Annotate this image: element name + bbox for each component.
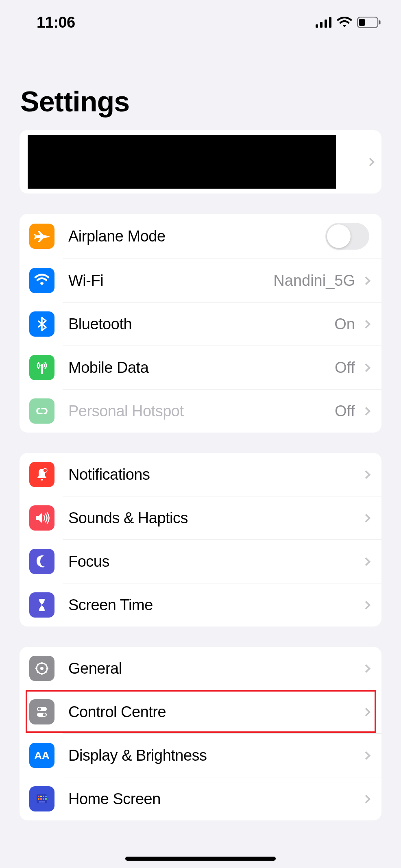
status-icons — [316, 17, 381, 28]
settings-row-bluetooth[interactable]: Bluetooth On — [20, 302, 381, 346]
svg-rect-5 — [359, 19, 365, 26]
svg-rect-7 — [41, 367, 43, 374]
svg-rect-31 — [40, 798, 42, 800]
settings-row-general[interactable]: General — [20, 647, 381, 690]
settings-row-focus[interactable]: Focus — [20, 540, 381, 583]
settings-row-home-screen[interactable]: Home Screen — [20, 777, 381, 820]
settings-row-personal-hotspot[interactable]: Personal Hotspot Off — [20, 389, 381, 433]
wifi-icon — [337, 17, 352, 28]
general-icon — [29, 656, 54, 681]
svg-line-19 — [37, 672, 39, 673]
svg-point-23 — [43, 714, 46, 716]
settings-row-mobile-data[interactable]: Mobile Data Off — [20, 346, 381, 389]
svg-point-11 — [40, 667, 44, 670]
page-title: Settings — [0, 41, 401, 130]
svg-rect-6 — [379, 20, 381, 24]
svg-line-18 — [45, 664, 46, 665]
svg-line-16 — [37, 664, 39, 665]
row-label: Bluetooth — [68, 315, 334, 333]
row-value: Off — [335, 359, 355, 376]
svg-rect-28 — [43, 796, 44, 797]
settings-group-notifications: Notifications Sounds & Haptics Focus Scr… — [20, 453, 381, 627]
status-bar: 11:06 — [0, 0, 401, 41]
chevron-right-icon — [362, 707, 370, 716]
sounds-icon — [29, 505, 54, 531]
chevron-right-icon — [362, 363, 370, 372]
chevron-right-icon — [362, 664, 370, 672]
svg-rect-0 — [316, 24, 318, 28]
chevron-right-icon — [362, 320, 370, 328]
chevron-right-icon — [362, 794, 370, 803]
settings-row-screen-time[interactable]: Screen Time — [20, 583, 381, 627]
chevron-right-icon — [362, 751, 370, 759]
svg-line-17 — [45, 672, 46, 673]
svg-text:AA: AA — [34, 749, 50, 761]
svg-rect-29 — [45, 796, 47, 797]
battery-icon — [357, 17, 381, 28]
hotspot-icon — [29, 398, 54, 424]
settings-row-notifications[interactable]: Notifications — [20, 453, 381, 496]
control-centre-icon — [29, 699, 54, 724]
svg-rect-34 — [39, 801, 45, 803]
svg-rect-32 — [43, 798, 44, 800]
svg-rect-26 — [38, 796, 39, 797]
display-icon: AA — [29, 743, 54, 768]
row-label: Airplane Mode — [68, 228, 325, 245]
row-label: Wi-Fi — [68, 272, 273, 289]
svg-rect-2 — [325, 20, 327, 28]
row-label: Mobile Data — [68, 359, 335, 376]
svg-point-9 — [43, 468, 47, 472]
svg-point-8 — [41, 364, 44, 367]
bluetooth-icon — [29, 311, 54, 337]
mobile-data-icon — [29, 355, 54, 380]
chevron-right-icon — [362, 276, 370, 285]
chevron-right-icon — [362, 513, 370, 522]
row-value: Off — [335, 402, 355, 420]
svg-rect-3 — [329, 17, 331, 28]
settings-row-wifi[interactable]: Wi-Fi Nandini_5G — [20, 259, 381, 302]
home-indicator[interactable] — [125, 857, 276, 861]
chevron-right-icon — [362, 600, 370, 609]
wifi-icon — [29, 268, 54, 293]
row-label: Focus — [68, 553, 363, 570]
chevron-right-icon — [362, 470, 370, 479]
chevron-right-icon — [362, 557, 370, 566]
row-label: Control Centre — [68, 703, 363, 721]
row-value: On — [334, 315, 355, 333]
svg-rect-30 — [38, 798, 39, 800]
home-screen-icon — [29, 786, 54, 811]
row-label: Home Screen — [68, 790, 363, 808]
svg-rect-27 — [40, 796, 42, 797]
status-time: 11:06 — [37, 14, 75, 31]
settings-row-control-centre[interactable]: Control Centre — [20, 690, 381, 733]
chevron-right-icon — [362, 407, 370, 415]
settings-row-sounds[interactable]: Sounds & Haptics — [20, 496, 381, 540]
row-label: Personal Hotspot — [68, 402, 335, 420]
settings-group-connectivity: Airplane Mode Wi-Fi Nandini_5G Bluetooth… — [20, 214, 381, 433]
svg-rect-33 — [45, 798, 47, 800]
svg-rect-1 — [320, 22, 323, 28]
airplane-mode-toggle[interactable] — [325, 223, 369, 250]
row-label: Notifications — [68, 466, 363, 483]
row-label: General — [68, 660, 363, 677]
screen-time-icon — [29, 592, 54, 618]
profile-row[interactable] — [20, 130, 381, 194]
row-label: Display & Brightness — [68, 747, 363, 764]
svg-point-21 — [38, 708, 41, 711]
chevron-right-icon — [366, 157, 375, 166]
row-label: Screen Time — [68, 596, 363, 614]
cellular-icon — [316, 17, 332, 28]
airplane-icon — [29, 224, 54, 249]
profile-redacted — [28, 135, 336, 189]
settings-group-general: General Control Centre AA Display & Brig… — [20, 647, 381, 820]
settings-row-display[interactable]: AA Display & Brightness — [20, 734, 381, 777]
row-value: Nandini_5G — [273, 272, 355, 289]
focus-icon — [29, 549, 54, 574]
settings-row-airplane-mode[interactable]: Airplane Mode — [20, 214, 381, 259]
notifications-icon — [29, 462, 54, 487]
row-label: Sounds & Haptics — [68, 509, 363, 527]
